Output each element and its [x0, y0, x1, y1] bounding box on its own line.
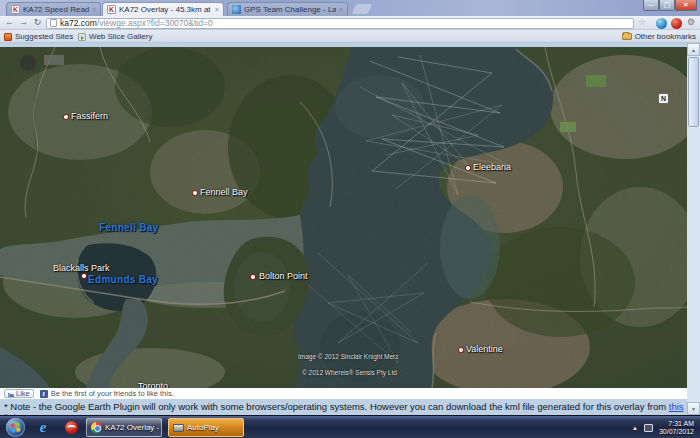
- note-text: * Note - the Google Earth Plugin will on…: [0, 399, 687, 415]
- antivirus-icon[interactable]: [62, 419, 80, 436]
- reload-button[interactable]: ↻: [31, 17, 44, 28]
- start-button[interactable]: [6, 418, 25, 437]
- tab-gps-team-challenge[interactable]: GPS Team Challenge - Lak ×: [227, 2, 348, 16]
- windows-logo-icon: [10, 422, 20, 432]
- windows-taskbar: e KA72 Overlay - 45... AutoPlay ▲ 7:31 A…: [0, 415, 700, 438]
- window-controls: — ▢ ✕: [643, 0, 697, 11]
- web-slice-icon: [78, 33, 86, 41]
- thumbs-up-icon: [8, 391, 14, 397]
- place-label-valentine: Valentine: [466, 344, 503, 354]
- place-label-bolton-point: Bolton Point: [259, 271, 308, 281]
- bookmark-label: Suggested Sites: [15, 32, 73, 41]
- maximize-button[interactable]: ▢: [659, 0, 675, 11]
- place-marker: [193, 191, 197, 195]
- tab-title: GPS Team Challenge - Lak: [244, 5, 336, 14]
- tray-flag-icon[interactable]: [644, 424, 653, 432]
- extension-icon[interactable]: [671, 18, 682, 29]
- place-label-fassifern: Fassifern: [71, 111, 108, 121]
- browser-titlebar: K KA72 Speed Reader (Free) × K KA72 Over…: [0, 0, 700, 16]
- url-host: ka72.com: [60, 19, 97, 28]
- place-label-fennell-bay: Fennell Bay: [200, 187, 248, 197]
- browser-toolbar: ← → ↻ ka72.com/viewge.aspx?fid=30070&tid…: [0, 16, 700, 30]
- page-scrollbar[interactable]: ▲ ▼: [687, 43, 700, 415]
- tab-title: KA72 Overlay - 45.3km at L: [119, 5, 212, 14]
- close-button[interactable]: ✕: [675, 0, 697, 11]
- globe-favicon: [232, 5, 241, 14]
- facebook-icon: f: [40, 390, 48, 398]
- satellite-map-svg: [0, 47, 687, 388]
- address-bar[interactable]: ka72.com/viewge.aspx?fid=30070&tid=0: [46, 18, 634, 29]
- tab-ka72-overlay[interactable]: K KA72 Overlay - 45.3km at L ×: [102, 2, 224, 16]
- internet-explorer-icon[interactable]: e: [34, 419, 52, 436]
- note-prefix: * Note - the Google Earth Plugin will on…: [4, 401, 669, 412]
- place-marker: [82, 274, 86, 278]
- extension-icon[interactable]: [656, 18, 667, 29]
- tab-ka72-speed-reader[interactable]: K KA72 Speed Reader (Free) ×: [6, 2, 101, 16]
- system-tray: ▲ 7:31 AM 30/07/2012: [632, 416, 698, 438]
- tab-close-icon[interactable]: ×: [339, 6, 343, 13]
- google-earth-map[interactable]: Fassifern Fennell Bay Fennell Bay Blacka…: [0, 47, 687, 388]
- scroll-down-arrow[interactable]: ▼: [687, 402, 700, 415]
- webpage-content: Fassifern Fennell Bay Fennell Bay Blacka…: [0, 43, 700, 415]
- bookmarks-bar: Suggested Sites Web Slice Gallery Other …: [0, 30, 700, 43]
- map-attribution-2: © 2012 Whereis® Sensis Pty Ltd: [302, 369, 397, 376]
- autoplay-label: AutoPlay: [187, 423, 219, 432]
- ka72-favicon: K: [107, 5, 116, 14]
- hidden-icons-arrow[interactable]: ▲: [632, 425, 638, 431]
- wrench-menu-icon[interactable]: ⚙: [687, 17, 695, 27]
- url-path: /viewge.aspx?fid=30070&tid=0: [97, 19, 213, 28]
- suggested-sites-icon: [4, 33, 12, 41]
- minimize-button[interactable]: —: [643, 0, 659, 11]
- page-icon: [50, 19, 57, 27]
- compass-north-icon[interactable]: N: [658, 93, 669, 104]
- place-marker: [459, 348, 463, 352]
- taskbar-autoplay-window[interactable]: AutoPlay: [168, 418, 244, 437]
- clock-time: 7:31 AM: [668, 420, 694, 427]
- forward-button[interactable]: →: [17, 17, 30, 28]
- tab-title: KA72 Speed Reader (Free): [23, 5, 89, 14]
- trend-micro-ball: [65, 421, 78, 434]
- back-button[interactable]: ←: [3, 17, 16, 28]
- map-attribution-1: Image © 2012 Sinclair Knight Merz: [298, 353, 399, 360]
- place-marker: [64, 115, 68, 119]
- facebook-like-bar: Like f Be the first of your friends to l…: [0, 388, 687, 399]
- bookmark-label: Web Slice Gallery: [89, 32, 152, 41]
- bookmark-suggested-sites[interactable]: Suggested Sites: [4, 31, 73, 42]
- like-label: Like: [16, 389, 30, 398]
- place-marker: [251, 275, 255, 279]
- ka72-favicon: K: [11, 5, 20, 14]
- taskbar-window-title: KA72 Overlay - 45...: [105, 423, 162, 432]
- clock-date: 30/07/2012: [659, 428, 694, 435]
- place-label-toronto: Toronto: [138, 381, 168, 388]
- tab-close-icon[interactable]: ×: [215, 6, 219, 13]
- bookmark-web-slice-gallery[interactable]: Web Slice Gallery: [78, 31, 152, 42]
- water-label-fennell-bay: Fennell Bay: [99, 222, 158, 233]
- water-label-edmunds-bay: Edmunds Bay: [88, 274, 158, 285]
- folder-icon: [622, 33, 632, 40]
- facebook-like-button[interactable]: Like: [4, 389, 34, 398]
- chrome-icon: [91, 422, 102, 433]
- facebook-message: Be the first of your friends to like thi…: [51, 389, 174, 398]
- tab-close-icon[interactable]: ×: [92, 6, 96, 13]
- taskbar-chrome-window[interactable]: KA72 Overlay - 45...: [86, 418, 162, 437]
- taskbar-clock[interactable]: 7:31 AM 30/07/2012: [659, 420, 694, 436]
- drive-icon: [173, 424, 184, 432]
- place-marker: [466, 166, 470, 170]
- other-bookmarks-button[interactable]: Other bookmarks: [622, 31, 696, 42]
- place-label-blackalls-park: Blackalls Park: [53, 263, 110, 273]
- scrollbar-thumb[interactable]: [688, 57, 699, 127]
- place-label-eleebana: Eleebana: [473, 162, 511, 172]
- new-tab-button[interactable]: [352, 4, 373, 14]
- scroll-up-arrow[interactable]: ▲: [687, 43, 700, 56]
- other-bookmarks-label: Other bookmarks: [635, 32, 696, 41]
- bookmark-star-icon[interactable]: ☆: [638, 17, 646, 27]
- desktop-screen: K KA72 Speed Reader (Free) × K KA72 Over…: [0, 0, 700, 438]
